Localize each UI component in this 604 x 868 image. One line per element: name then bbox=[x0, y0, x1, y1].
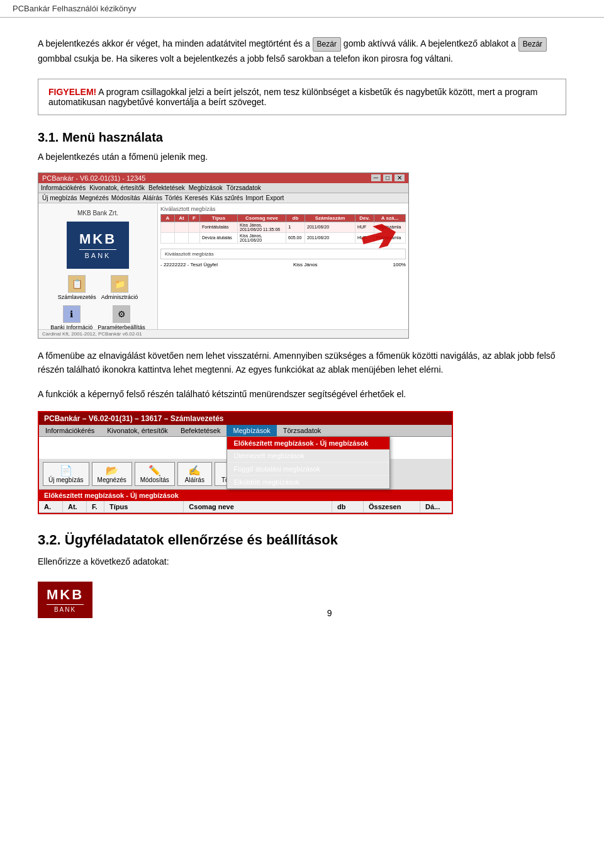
menu-kivonat: Kivonatok, értesítők bbox=[89, 184, 145, 191]
bezar-button-inline-1: Bezár bbox=[313, 37, 341, 52]
td-szam2: 2011/06/20 bbox=[305, 232, 355, 243]
menu-befekt: Befektetések bbox=[148, 184, 185, 191]
screenshot-1: PCBankár - V6.02-01(31) - 12345 ─ □ ✕ In… bbox=[38, 172, 409, 339]
alaras-icon: ✍️ bbox=[188, 465, 201, 476]
modositas-label: Módosítás bbox=[140, 476, 169, 483]
banki-info-icon: ℹ bbox=[63, 305, 81, 323]
active-row-label: Előkészített megbízások - Új megbízások bbox=[39, 490, 452, 501]
td-tipus1: Forintátutalás bbox=[200, 222, 238, 232]
figyelem-title: FIGYELEM! bbox=[48, 87, 96, 97]
toolbar-btn-uj[interactable]: 📄 Új megbízás bbox=[43, 462, 89, 486]
td-szam1: 2011/06/20 bbox=[305, 222, 355, 232]
paragraph-1: A bejelentkezés akkor ér véget, ha minde… bbox=[38, 37, 566, 66]
td-csomag1: Kiss János, 2011/06/20 11:35:06 bbox=[238, 222, 286, 232]
bank-name: MKB Bank Zrt. bbox=[77, 210, 118, 217]
minimize-btn: ─ bbox=[371, 174, 381, 181]
page-number-area: 9 bbox=[92, 608, 566, 618]
megnez-label: Megnézés bbox=[98, 476, 126, 483]
td-at2 bbox=[175, 232, 189, 243]
th2-da: Dá... bbox=[420, 501, 452, 512]
th-dev: Dev. bbox=[355, 214, 374, 222]
screenshot-1-container: PCBankár - V6.02-01(31) - 12345 ─ □ ✕ In… bbox=[38, 172, 409, 339]
td-a1 bbox=[161, 222, 175, 232]
th-tipus: Típus bbox=[200, 214, 238, 222]
tool-export: Export bbox=[266, 194, 284, 201]
th-da: A szá... bbox=[374, 214, 406, 222]
post-screenshot-1: A főmenübe az elnavigálást követően nem … bbox=[38, 349, 566, 377]
adminisztracio-icon: 📁 bbox=[111, 275, 128, 293]
th-csomag: Csomag neve bbox=[238, 214, 286, 222]
close-btn: ✕ bbox=[394, 174, 405, 181]
user-name: Kiss János bbox=[293, 262, 318, 268]
zoom-level: 100% bbox=[393, 262, 406, 268]
mkb-logo-box: MKB BANK bbox=[67, 222, 129, 269]
section-31-title: 3.1. Menü használata bbox=[38, 130, 566, 145]
p2-end-text: gombbal csukja be. bbox=[38, 54, 114, 64]
td-da1: Folyószámla bbox=[374, 222, 406, 232]
szamlavezetés-icon: 📋 bbox=[68, 275, 86, 293]
td-da2: Folyószámla bbox=[374, 232, 406, 243]
menu2-info: Információkérés bbox=[39, 425, 101, 436]
tool-uj: Új megbízás bbox=[42, 194, 77, 201]
icon-banki-info: ℹ Banki Információ bbox=[50, 305, 92, 330]
screenshot-copyright: Cardinal Kft, 2001-2012, PCBankár v6.02-… bbox=[38, 329, 408, 338]
tool-modositas: Módosítás bbox=[111, 194, 140, 201]
p2-start-text: A bejelentkező ablakot a bbox=[420, 38, 516, 48]
alaras-label: Aláírás bbox=[185, 476, 204, 483]
td-db2: 605.00 bbox=[286, 232, 305, 243]
td-csomag2: Kiss János, 2011/06/20 bbox=[238, 232, 286, 243]
dropdown-item-4: Elküldött megbízások bbox=[227, 476, 389, 488]
uj-megbizas-icon: 📄 bbox=[60, 465, 72, 476]
th2-at: At. bbox=[63, 501, 87, 512]
icon-szamlavezetés: 📋 Számlavezetés bbox=[58, 275, 96, 300]
bank-text: BANK bbox=[79, 252, 116, 259]
mkb-logo-top: MKB bbox=[47, 587, 84, 605]
screenshot-footer: - 22222222 - Teszt Ügyfel Kiss János 100… bbox=[160, 262, 406, 268]
th-at: At bbox=[175, 214, 189, 222]
th-a: A bbox=[161, 214, 175, 222]
p1-end-text: gomb aktívvá válik. bbox=[344, 38, 418, 48]
screenshot-subtoolbar: Új megbízás Megnézés Módosítás Aláírás T… bbox=[38, 193, 408, 203]
menu-megbiz: Megbízások bbox=[189, 184, 223, 191]
dropdown-item-2: Ütemezett megbízások bbox=[227, 449, 389, 463]
mkb-text: MKB bbox=[79, 231, 116, 250]
th2-a: A. bbox=[39, 501, 63, 512]
menu-info: Információkérés bbox=[41, 184, 86, 191]
menu-icons: 📋 Számlavezetés 📁 Adminisztráció ℹ Banki… bbox=[45, 275, 151, 330]
td-a2 bbox=[161, 232, 175, 243]
th2-db: db bbox=[332, 501, 364, 512]
th-f: F bbox=[189, 214, 200, 222]
header-title: PCBankár Felhasználói kézikönyv bbox=[13, 4, 137, 13]
modositas-icon: ✏️ bbox=[148, 465, 161, 476]
account-number: - 22222222 - Teszt Ügyfel bbox=[160, 262, 218, 268]
toolbar-btn-megnez[interactable]: 📂 Megnézés bbox=[92, 462, 132, 486]
td-tipus2: Deviza átutalás bbox=[200, 232, 238, 243]
bezar-button-inline-2: Bezár bbox=[518, 37, 547, 52]
screenshot2-table-header: A. At. F. Típus Csomag neve db Összesen … bbox=[39, 501, 452, 513]
tool-alaras: Aláírás bbox=[143, 194, 162, 201]
screenshot2-menubar: Információkérés Kivonatok, értesítők Bef… bbox=[39, 425, 452, 437]
toolbar-btn-alaras[interactable]: ✍️ Aláírás bbox=[177, 462, 212, 486]
screenshot-2: PCBankár – V6.02-01(31) – 13617 – Számla… bbox=[38, 411, 453, 514]
td-dev1: HUF bbox=[355, 222, 374, 232]
screenshot-menubar: Információkérés Kivonatok, értesítők Bef… bbox=[38, 183, 408, 193]
tool-megnez: Megnézés bbox=[80, 194, 109, 201]
th2-osszesen: Összesen bbox=[364, 501, 420, 512]
menu2-megbiz[interactable]: Megbízások Előkészített megbízások - Új … bbox=[226, 425, 276, 436]
toolbar-btn-modositas[interactable]: ✏️ Módosítás bbox=[135, 462, 175, 486]
figyelem-box: FIGYELEM! A program csillagokkal jelzi a… bbox=[38, 79, 566, 115]
icon-adminisztracio: 📁 Adminisztráció bbox=[101, 275, 138, 300]
megbizasok-label: Megbízások bbox=[233, 427, 270, 434]
section-31-sub: A bejelentkezés után a főmenü jelenik me… bbox=[38, 150, 566, 164]
mkb-logo-footer: MKB BANK bbox=[38, 582, 92, 618]
icon-parameterbeallitas: ⚙ Paraméterbeállítás bbox=[98, 305, 145, 330]
tool-import: Import bbox=[245, 194, 263, 201]
screenshot-title-text: PCBankár - V6.02-01(31) - 12345 bbox=[42, 174, 145, 182]
screenshot2-titlebar: PCBankár – V6.02-01(31) – 13617 – Számla… bbox=[39, 412, 452, 425]
uj-megbizas-label: Új megbízás bbox=[48, 476, 84, 483]
kiválasztott-label: Kiválasztott megbízás bbox=[160, 249, 406, 259]
th-db: db bbox=[286, 214, 305, 222]
screenshot-content: MKB Bank Zrt. MKB BANK 📋 Számlavezetés 📁 bbox=[38, 203, 408, 329]
dropdown-item-3: Függő átutalási megbízások bbox=[227, 463, 389, 476]
th2-tipus: Típus bbox=[104, 501, 184, 512]
